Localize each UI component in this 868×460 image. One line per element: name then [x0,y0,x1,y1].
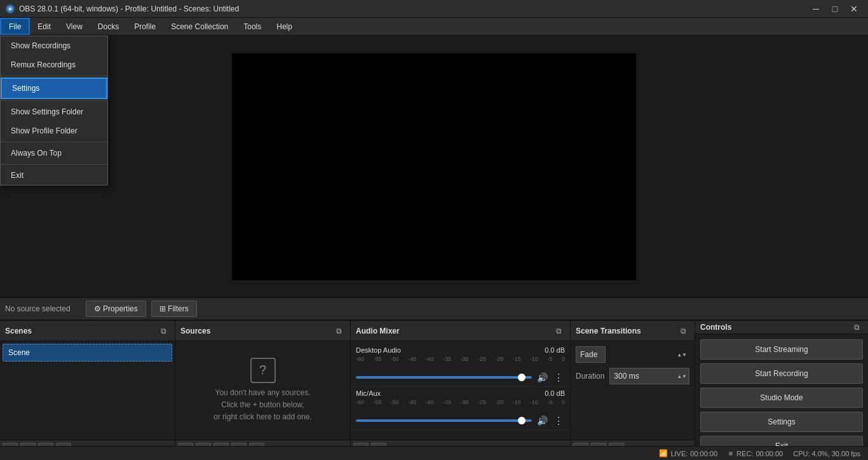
mic-aux-channel: Mic/Aux 0.0 dB -60-55-50-45-40-35-30-25-… [351,387,570,430]
sources-title: Sources [180,327,210,335]
menu-show-settings-folder[interactable]: Show Settings Folder [1,102,107,121]
app-logo: ● [5,4,15,14]
menu-remux-recordings[interactable]: Remux Recordings [1,55,107,74]
dropdown-separator-2 [1,100,107,101]
transition-select[interactable]: Fade Cut Swipe Slide [576,346,606,363]
menu-exit[interactable]: Exit [1,166,107,185]
start-streaming-button[interactable]: Start Streaming [700,339,863,360]
scenes-panel: Scenes ⧉ Scene + 🗑 ▲ ▼ [0,321,175,460]
cpu-status: CPU: 4.0%, 30.00 fps [793,450,860,457]
file-dropdown: Show Recordings Remux Recordings Setting… [0,36,108,186]
mic-aux-db: 0.0 dB [545,389,565,397]
sources-undock-button[interactable]: ⧉ [332,325,345,337]
live-status: 📶 LIVE: 00:00:00 [659,449,717,457]
filters-button[interactable]: ⊞ Filters [151,301,197,317]
maximize-button[interactable]: □ [826,2,844,16]
desktop-audio-slider[interactable] [356,376,532,379]
scenes-content: Scene [0,341,175,440]
dropdown-separator-1 [1,76,107,76]
audio-undock-button[interactable]: ⧉ [552,325,565,337]
scenes-undock-button[interactable]: ⧉ [157,325,170,337]
network-icon: 📶 [659,449,668,457]
mic-aux-mute-button[interactable]: 🔊 [536,414,548,427]
menu-file[interactable]: File [0,18,30,35]
rec-label: REC: [736,450,753,457]
desktop-audio-thumb [518,374,526,381]
desktop-audio-name: Desktop Audio [356,346,401,354]
rec-status: ⏺ REC: 00:00:00 [728,450,783,457]
desktop-audio-meter-bg [356,363,565,369]
rec-icon: ⏺ [728,450,734,457]
bottom-toolbar: No source selected ⚙ Properties ⊞ Filter… [0,297,868,320]
menu-help[interactable]: Help [269,18,300,35]
menu-docks[interactable]: Docks [90,18,126,35]
menu-always-on-top[interactable]: Always On Top [1,144,107,163]
transitions-undock-button[interactable]: ⧉ [677,325,689,337]
mic-aux-more-button[interactable]: ⋮ [552,414,565,427]
properties-button[interactable]: ⚙ Properties [86,301,146,317]
start-recording-button[interactable]: Start Recording [700,363,863,384]
desktop-audio-scale: -60-55-50-45-40-35-30-25-20-15-10-50 [356,356,565,362]
audio-header: Audio Mixer ⧉ [351,321,570,341]
audio-panel: Audio Mixer ⧉ Desktop Audio 0.0 dB -60-5… [351,321,571,460]
mic-aux-controls: 🔊 ⋮ [356,414,565,427]
sources-content[interactable]: ? You don't have any sources.Click the +… [175,341,350,440]
desktop-audio-channel: Desktop Audio 0.0 dB -60-55-50-45-40-35-… [351,344,570,387]
preview-area [0,36,868,297]
desktop-audio-more-button[interactable]: ⋮ [552,371,565,384]
sources-panel: Sources ⧉ ? You don't have any sources.C… [175,321,351,460]
menu-scene-collection[interactable]: Scene Collection [163,18,236,35]
menu-settings[interactable]: Settings [1,78,107,99]
scenes-header: Scenes ⧉ [0,321,175,341]
audio-title: Audio Mixer [356,327,400,335]
menu-tools[interactable]: Tools [236,18,269,35]
cpu-label: CPU: 4.0%, 30.00 fps [793,450,860,457]
transitions-content: Fade Cut Swipe Slide Duration [571,341,695,440]
scene-item[interactable]: Scene [3,344,172,362]
settings-button[interactable]: Settings [700,412,863,432]
controls-undock-button[interactable]: ⧉ [850,321,863,334]
menu-show-profile-folder[interactable]: Show Profile Folder [1,121,107,140]
mic-aux-name: Mic/Aux [356,389,381,397]
dropdown-separator-4 [1,164,107,165]
controls-panel: Controls ⧉ Start Streaming Start Recordi… [695,321,868,460]
menu-show-recordings[interactable]: Show Recordings [1,36,107,55]
audio-content: Desktop Audio 0.0 dB -60-55-50-45-40-35-… [351,341,570,440]
menu-profile[interactable]: Profile [126,18,163,35]
preview-canvas [232,53,636,280]
menu-edit[interactable]: Edit [30,18,58,35]
duration-row: Duration [576,368,689,384]
mic-aux-level [356,407,565,412]
desktop-audio-controls: 🔊 ⋮ [356,371,565,384]
main-area: No source selected ⚙ Properties ⊞ Filter… [0,36,868,460]
titlebar: ● OBS 28.0.1 (64-bit, windows) - Profile… [0,0,868,18]
transitions-title: Scene Transitions [576,327,641,335]
controls-header: Controls ⧉ [695,321,868,334]
desktop-audio-level [356,363,565,369]
transition-select-container: Fade Cut Swipe Slide [576,346,689,363]
sources-header: Sources ⧉ [175,321,350,341]
minimize-button[interactable]: ─ [807,2,825,16]
studio-mode-button[interactable]: Studio Mode [700,388,863,408]
mic-aux-slider[interactable] [356,419,532,422]
desktop-audio-db: 0.0 dB [545,346,565,354]
transitions-header-right: ⧉ [677,325,689,337]
scenes-title: Scenes [5,327,32,335]
mic-aux-meter-bg [356,407,565,412]
desktop-audio-mute-button[interactable]: 🔊 [536,371,548,384]
close-button[interactable]: ✕ [845,2,863,16]
menubar: File Edit View Docks Profile Scene Colle… [0,18,868,36]
transition-select-wrapper: Fade Cut Swipe Slide [576,346,689,363]
controls-header-right: ⧉ [850,321,863,334]
sources-empty-text: You don't have any sources.Click the + b… [214,387,312,424]
duration-input[interactable] [609,368,689,384]
menu-view[interactable]: View [58,18,90,35]
desktop-audio-meter [356,363,565,369]
sources-header-right: ⧉ [332,325,345,337]
panels: Scenes ⧉ Scene + 🗑 ▲ ▼ Sources ⧉ [0,320,868,460]
scenes-header-right: ⧉ [157,325,170,337]
sources-empty-icon: ? [250,358,276,383]
mic-aux-scale: -60-55-50-45-40-35-30-25-20-15-10-50 [356,399,565,405]
source-label: No source selected [5,304,71,313]
mic-aux-meter [356,407,565,412]
